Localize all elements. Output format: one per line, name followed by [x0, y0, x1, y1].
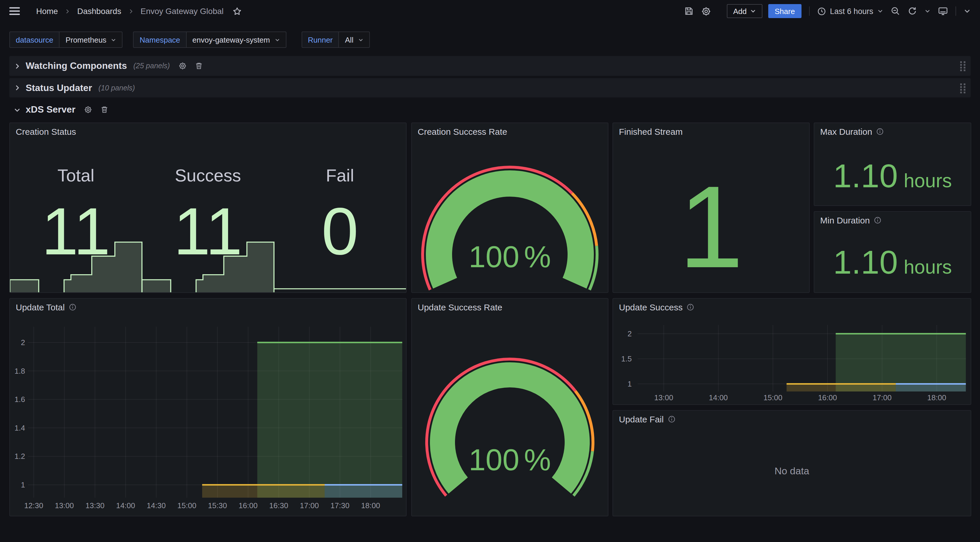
- hamburger-menu-icon[interactable]: [10, 7, 20, 15]
- variable-namespace: Namespace envoy-gateway-system: [133, 32, 286, 48]
- row-panel-count: (25 panels): [133, 62, 170, 70]
- variable-value-text: envoy-gateway-system: [192, 35, 270, 44]
- panel-creation-status: Creation Status Total 11 Success 11 Fail…: [10, 123, 407, 293]
- info-icon[interactable]: [69, 303, 76, 311]
- toolbar-divider: [956, 6, 956, 16]
- x-tick-label: 17:00: [873, 393, 892, 402]
- save-dashboard-icon[interactable]: [684, 6, 694, 16]
- row-watching-components[interactable]: Watching Components (25 panels): [10, 56, 970, 76]
- breadcrumb-home[interactable]: Home: [36, 6, 58, 16]
- panel-title[interactable]: Max Duration: [820, 126, 872, 136]
- row-settings-gear-icon[interactable]: [178, 62, 187, 70]
- panel-header[interactable]: Update Total: [10, 299, 406, 315]
- x-tick-label: 12:30: [24, 501, 43, 510]
- dashboard-settings-icon[interactable]: [701, 6, 711, 16]
- x-tick-label: 18:00: [927, 393, 946, 402]
- panel-title[interactable]: Min Duration: [820, 215, 870, 225]
- row-xds-server[interactable]: xDS Server: [10, 100, 970, 119]
- y-tick-label: 1: [21, 480, 25, 489]
- no-data-message: No data: [613, 427, 970, 516]
- row-title[interactable]: Status Updater: [25, 83, 92, 93]
- chevron-down-icon: [111, 37, 116, 42]
- star-icon[interactable]: [233, 7, 242, 16]
- panel-header[interactable]: Finished Stream: [613, 123, 809, 139]
- variable-namespace-value[interactable]: envoy-gateway-system: [187, 32, 286, 48]
- row-drag-handle[interactable]: [959, 61, 966, 71]
- gauge-value-text: 100%: [469, 240, 551, 274]
- x-tick-label: 14:30: [147, 501, 165, 510]
- panel-title[interactable]: Finished Stream: [619, 126, 682, 136]
- clock-icon: [817, 7, 826, 16]
- update-total-chart: 11.21.41.61.8212:3013:0013:3014:0014:301…: [10, 299, 406, 516]
- variable-namespace-label[interactable]: Namespace: [133, 32, 187, 48]
- refresh-interval-chevron-icon[interactable]: [924, 8, 931, 14]
- panel-header[interactable]: Update Fail: [613, 411, 970, 427]
- panel-header[interactable]: Max Duration: [815, 123, 970, 139]
- grafana-dashboard: Home Dashboards Envoy Gateway Global Add: [0, 0, 980, 542]
- row-settings-gear-icon[interactable]: [84, 105, 92, 114]
- panel-header[interactable]: Update Success: [613, 299, 970, 315]
- stat-value-row: 1.10 hours: [815, 159, 970, 193]
- x-tick-label: 14:00: [709, 393, 728, 402]
- variable-datasource-value[interactable]: Prometheus: [60, 32, 123, 48]
- variable-value-text: Prometheus: [65, 35, 107, 44]
- kiosk-monitor-icon[interactable]: [938, 6, 948, 16]
- panel-title[interactable]: Creation Success Rate: [418, 126, 507, 136]
- toolbar-collapse-chevron-icon[interactable]: [964, 8, 970, 14]
- row-title[interactable]: Watching Components: [25, 61, 127, 71]
- panel-finished-stream: Finished Stream 1: [612, 123, 810, 293]
- series-fills: [787, 334, 966, 392]
- zoom-out-icon[interactable]: [891, 6, 900, 16]
- info-icon[interactable]: [876, 128, 884, 135]
- refresh-icon[interactable]: [908, 6, 917, 16]
- x-tick-label: 16:00: [818, 393, 837, 402]
- info-icon[interactable]: [687, 303, 694, 311]
- x-tick-label: 13:00: [654, 393, 673, 402]
- stat-value: 0: [274, 199, 406, 264]
- panel-header[interactable]: Update Success Rate: [412, 299, 608, 315]
- row-drag-handle[interactable]: [959, 83, 966, 93]
- row-title[interactable]: xDS Server: [25, 104, 76, 115]
- share-button[interactable]: Share: [768, 4, 801, 18]
- variable-runner-value[interactable]: All: [339, 32, 370, 48]
- stat-value: 11: [10, 199, 142, 264]
- chevron-down-icon: [358, 37, 363, 42]
- stat-label: Total: [10, 165, 142, 186]
- add-button-label: Add: [733, 7, 747, 16]
- panel-title[interactable]: Update Fail: [619, 414, 663, 424]
- y-tick-label: 1.4: [14, 424, 25, 432]
- y-tick-label: 2: [21, 338, 25, 347]
- stat-total: Total 11: [10, 123, 142, 292]
- variable-runner-label[interactable]: Runner: [302, 32, 339, 48]
- x-tick-label: 15:00: [763, 393, 782, 402]
- breadcrumb-dashboards[interactable]: Dashboards: [77, 6, 121, 16]
- stat-label: Fail: [274, 165, 406, 186]
- stat-unit: hours: [904, 256, 952, 278]
- panel-header[interactable]: Creation Status: [10, 123, 406, 139]
- row-delete-trash-icon[interactable]: [195, 62, 203, 70]
- panel-title[interactable]: Update Success: [619, 302, 682, 312]
- x-tick-label: 15:00: [177, 501, 196, 510]
- info-icon[interactable]: [668, 415, 675, 423]
- y-tick-label: 1: [628, 379, 632, 388]
- panel-header[interactable]: Min Duration: [815, 212, 970, 228]
- info-icon[interactable]: [874, 216, 881, 224]
- stat-value: 1.10: [833, 159, 898, 193]
- breadcrumb: Home Dashboards Envoy Gateway Global: [10, 6, 242, 16]
- panel-title[interactable]: Update Total: [16, 302, 65, 312]
- stat-unit: hours: [904, 170, 952, 192]
- panel-header[interactable]: Creation Success Rate: [412, 123, 608, 139]
- panel-max-duration: Max Duration 1.10 hours: [814, 123, 971, 206]
- panel-title[interactable]: Creation Status: [16, 126, 76, 136]
- add-button[interactable]: Add: [727, 4, 762, 18]
- time-range-picker[interactable]: Last 6 hours: [817, 7, 883, 16]
- x-tick-label: 13:00: [55, 501, 74, 510]
- variable-datasource-label[interactable]: datasource: [10, 32, 60, 48]
- chevron-down-icon: [14, 107, 21, 113]
- variable-runner: Runner All: [302, 32, 370, 48]
- row-status-updater[interactable]: Status Updater (10 panels): [10, 78, 970, 97]
- row-delete-trash-icon[interactable]: [100, 105, 109, 114]
- chevron-right-icon: [128, 8, 134, 14]
- panel-title[interactable]: Update Success Rate: [418, 302, 502, 312]
- panel-update-fail: Update Fail No data: [612, 410, 971, 516]
